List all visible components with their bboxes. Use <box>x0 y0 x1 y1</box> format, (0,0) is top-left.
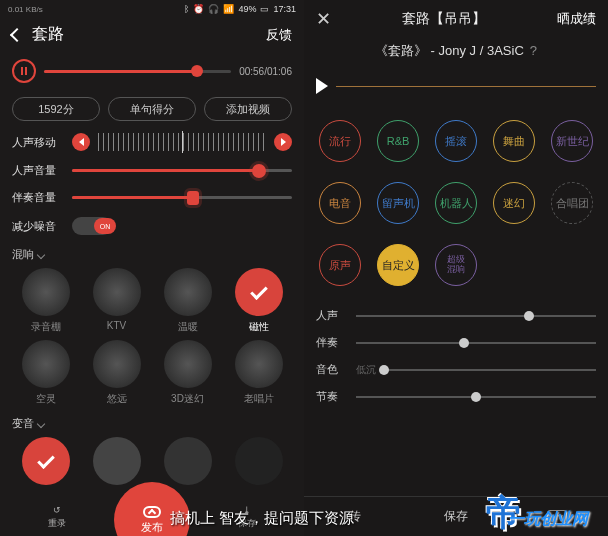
reverb-section-label: 混响 <box>0 241 304 264</box>
download-icon: ⤓ <box>243 505 251 515</box>
mv-button[interactable]: MV <box>507 509 608 525</box>
bluetooth-icon: ᛒ <box>184 4 189 14</box>
move-ruler[interactable] <box>98 133 266 151</box>
chevron-down-icon <box>37 250 45 258</box>
bottom-bar: ↺ 重录 发布 ⤓ 保存 <box>0 490 304 536</box>
progress-slider[interactable] <box>44 70 231 73</box>
pause-button[interactable] <box>12 59 36 83</box>
vocal-volume-label: 人声音量 <box>12 163 64 178</box>
style-tag[interactable]: 新世纪 <box>551 120 593 162</box>
style-tag[interactable]: 超级 混响 <box>435 244 477 286</box>
reverb-item[interactable]: 悠远 <box>83 340 150 406</box>
play-button[interactable] <box>316 78 328 94</box>
status-bar: 0.01 KB/s ᛒ ⏰ 🎧 📶 49% ▭ 17:31 <box>0 0 304 18</box>
help-icon[interactable]: ? <box>530 43 537 58</box>
style-tag[interactable]: 自定义 <box>377 244 419 286</box>
slider[interactable] <box>356 342 596 344</box>
style-tag[interactable]: 合唱团 <box>551 182 593 224</box>
pitch-item[interactable] <box>12 437 79 485</box>
pitch-section-label: 变音 <box>0 410 304 433</box>
vocal-move-label: 人声移动 <box>12 135 64 150</box>
reverb-item[interactable]: 录音棚 <box>12 268 79 334</box>
pitch-item[interactable] <box>83 437 150 485</box>
style-tag[interactable]: 机器人 <box>435 182 477 224</box>
accomp-volume-slider[interactable] <box>72 196 292 199</box>
style-tag[interactable]: R&B <box>377 120 419 162</box>
share-score-button[interactable]: 晒成绩 <box>557 10 596 28</box>
page-title: 套路 <box>22 24 266 45</box>
style-tag[interactable]: 留声机 <box>377 182 419 224</box>
slider[interactable] <box>356 315 596 317</box>
close-icon[interactable]: ✕ <box>316 8 331 30</box>
right-bottom-bar: 传 保存 MV <box>304 496 608 536</box>
move-right-button[interactable] <box>274 133 292 151</box>
right-slider-row: 伴奏 <box>316 329 596 356</box>
publish-button[interactable]: 发布 <box>114 482 190 536</box>
waveform[interactable] <box>336 72 596 100</box>
save-button[interactable]: ⤓ 保存 <box>190 505 304 536</box>
reverb-item[interactable]: 磁性 <box>225 268 292 334</box>
style-tag[interactable]: 电音 <box>319 182 361 224</box>
right-panel: ✕ 套路【吊吊】 晒成绩 《套路》 - Jony J / 3ASiC? 流行R&… <box>304 0 608 536</box>
score-pill[interactable]: 1592分 <box>12 97 100 121</box>
slider[interactable] <box>356 396 596 398</box>
pause-icon <box>21 67 27 75</box>
reverb-item[interactable]: 老唱片 <box>225 340 292 406</box>
reverb-item[interactable]: 3D迷幻 <box>154 340 221 406</box>
time-display: 00:56/01:06 <box>239 66 292 77</box>
style-tag[interactable]: 舞曲 <box>493 120 535 162</box>
undo-icon: ↺ <box>53 505 61 515</box>
vocal-volume-slider[interactable] <box>72 169 292 172</box>
style-tag[interactable]: 流行 <box>319 120 361 162</box>
rerecord-button[interactable]: ↺ 重录 <box>0 505 114 536</box>
move-left-button[interactable] <box>72 133 90 151</box>
noise-reduce-label: 减少噪音 <box>12 219 64 234</box>
add-video-pill[interactable]: 添加视频 <box>204 97 292 121</box>
feedback-link[interactable]: 反馈 <box>266 26 292 44</box>
accomp-volume-label: 伴奏音量 <box>12 190 64 205</box>
line-score-pill[interactable]: 单句得分 <box>108 97 196 121</box>
mv-icon: MV <box>547 510 567 524</box>
alarm-icon: ⏰ <box>193 4 204 14</box>
style-tag[interactable]: 摇滚 <box>435 120 477 162</box>
reverb-item[interactable]: KTV <box>83 268 150 334</box>
pitch-item[interactable] <box>154 437 221 485</box>
chevron-down-icon <box>37 419 45 427</box>
style-tag[interactable]: 原声 <box>319 244 361 286</box>
right-slider-row: 节奏 <box>316 383 596 410</box>
pitch-item[interactable] <box>225 437 292 485</box>
cloud-upload-icon <box>143 506 161 518</box>
headphone-icon: 🎧 <box>208 4 219 14</box>
right-slider-row: 音色低沉 <box>316 356 596 383</box>
style-tag[interactable]: 迷幻 <box>493 182 535 224</box>
right-slider-row: 人声 <box>316 302 596 329</box>
save-button-r[interactable]: 保存 <box>405 508 506 525</box>
panel-title: 套路【吊吊】 <box>331 10 557 28</box>
reverb-item[interactable]: 温暖 <box>154 268 221 334</box>
song-title: 《套路》 - Jony J / 3ASiC? <box>304 38 608 68</box>
left-panel: 0.01 KB/s ᛒ ⏰ 🎧 📶 49% ▭ 17:31 套路 反馈 00:5… <box>0 0 304 536</box>
slider[interactable] <box>384 369 596 371</box>
signal-icon: 📶 <box>223 4 234 14</box>
noise-toggle[interactable]: ON <box>72 217 112 235</box>
reverb-item[interactable]: 空灵 <box>12 340 79 406</box>
upload-button[interactable]: 传 <box>304 508 405 525</box>
